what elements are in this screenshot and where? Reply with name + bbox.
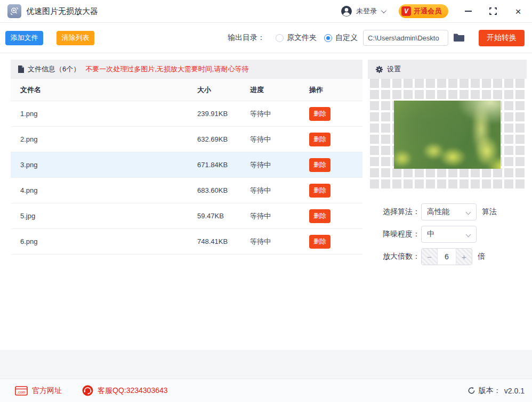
delete-button[interactable]: 删除 bbox=[309, 209, 331, 223]
open-vip-button[interactable]: V 开通会员 bbox=[399, 4, 448, 18]
settings-controls: 选择算法： 高性能 算法 降噪程度： 中 放大倍数： bbox=[368, 191, 527, 270]
version-value: v2.0.1 bbox=[504, 387, 525, 395]
radio-icon bbox=[276, 34, 284, 42]
file-name: 1.png bbox=[11, 110, 197, 118]
customer-service-link[interactable]: 客服QQ:3234303643 bbox=[82, 385, 168, 396]
denoise-label: 降噪程度： bbox=[383, 229, 421, 239]
website-com-icon: .com bbox=[15, 386, 28, 396]
minimize-button[interactable] bbox=[463, 6, 473, 17]
file-name: 2.png bbox=[11, 135, 197, 143]
document-icon bbox=[18, 65, 24, 73]
file-size: 239.91KB bbox=[197, 110, 250, 118]
refresh-icon[interactable] bbox=[467, 387, 475, 395]
browse-folder-button[interactable] bbox=[453, 32, 465, 44]
file-panel-title: 文件信息（6个） bbox=[28, 64, 80, 74]
file-name: 5.jpg bbox=[11, 212, 197, 220]
file-size: 59.47KB bbox=[197, 212, 250, 220]
table-header: 文件名 大小 进度 操作 bbox=[11, 79, 362, 101]
delete-button[interactable]: 删除 bbox=[309, 184, 331, 198]
start-convert-button[interactable]: 开始转换 bbox=[479, 30, 525, 46]
footer: .com 官方网址 客服QQ:3234303643 版本：v2.0.1 bbox=[0, 379, 532, 402]
preview-checkerboard bbox=[368, 79, 527, 191]
scale-value-input[interactable] bbox=[438, 249, 456, 265]
clear-list-button[interactable]: 清除列表 bbox=[57, 31, 94, 45]
maximize-icon bbox=[489, 7, 497, 15]
app-window: 优速图片无损放大器 未登录 V 开通会员 × bbox=[0, 0, 532, 402]
file-status: 等待中 bbox=[250, 109, 309, 119]
delete-button[interactable]: 删除 bbox=[309, 107, 331, 121]
delete-button[interactable]: 删除 bbox=[309, 158, 331, 172]
chevron-down-icon bbox=[466, 232, 471, 237]
settings-header: 设置 bbox=[368, 60, 527, 79]
scale-stepper: − + bbox=[421, 248, 472, 265]
radio-original-folder[interactable]: 原文件夹 bbox=[276, 33, 317, 43]
radio-icon-selected bbox=[324, 34, 332, 42]
official-website-link[interactable]: .com 官方网址 bbox=[15, 386, 62, 396]
lower-band bbox=[0, 350, 532, 379]
delete-button[interactable]: 删除 bbox=[309, 133, 331, 146]
version-label: 版本： bbox=[479, 386, 501, 396]
file-size: 671.84KB bbox=[197, 161, 250, 169]
column-size: 大小 bbox=[197, 85, 250, 95]
algorithm-suffix: 算法 bbox=[482, 207, 497, 217]
headset-service-icon bbox=[82, 385, 93, 396]
file-rows: 1.png 239.91KB 等待中 删除 2.png 632.69KB 等待中… bbox=[11, 101, 362, 350]
file-status: 等待中 bbox=[250, 160, 309, 170]
scale-decrease-button[interactable]: − bbox=[422, 249, 438, 265]
file-panel-header: 文件信息（6个） 不要一次处理过多图片,无损放大需要时间,请耐心等待 bbox=[11, 60, 362, 79]
vip-label: 开通会员 bbox=[414, 6, 441, 16]
svg-text:.com: .com bbox=[17, 390, 25, 394]
file-name: 6.png bbox=[11, 237, 197, 245]
toolbar: 添加文件 清除列表 输出目录： 原文件夹 自定义 开始转换 bbox=[0, 23, 532, 53]
table-row[interactable]: 1.png 239.91KB 等待中 删除 bbox=[11, 101, 362, 127]
close-button[interactable]: × bbox=[513, 6, 523, 17]
file-status: 等待中 bbox=[250, 237, 309, 247]
output-dir-label: 输出目录： bbox=[228, 33, 265, 43]
output-dir-radio-group: 原文件夹 自定义 bbox=[268, 33, 358, 43]
file-size: 632.69KB bbox=[197, 135, 250, 143]
preview-flowers-art bbox=[394, 101, 501, 169]
file-status: 等待中 bbox=[250, 186, 309, 195]
maximize-button[interactable] bbox=[488, 6, 498, 17]
official-website-label: 官方网址 bbox=[32, 386, 62, 396]
folder-icon bbox=[453, 32, 465, 42]
table-row[interactable]: 6.png 748.41KB 等待中 删除 bbox=[11, 229, 362, 255]
table-row[interactable]: 3.png 671.84KB 等待中 删除 bbox=[11, 152, 362, 178]
radio-custom-folder[interactable]: 自定义 bbox=[324, 33, 358, 43]
column-filename: 文件名 bbox=[11, 85, 197, 95]
denoise-select[interactable]: 中 bbox=[421, 226, 477, 243]
file-size: 748.41KB bbox=[197, 237, 250, 245]
file-name: 3.png bbox=[11, 161, 197, 169]
version-area: 版本：v2.0.1 bbox=[467, 386, 525, 396]
column-progress: 进度 bbox=[250, 85, 309, 95]
file-status: 等待中 bbox=[250, 135, 309, 144]
chevron-down-icon bbox=[466, 210, 471, 215]
file-list-panel: 文件信息（6个） 不要一次处理过多图片,无损放大需要时间,请耐心等待 文件名 大… bbox=[11, 60, 362, 350]
algorithm-label: 选择算法： bbox=[383, 207, 421, 217]
vip-badge-icon: V bbox=[401, 6, 411, 16]
table-row[interactable]: 4.png 683.60KB 等待中 删除 bbox=[11, 178, 362, 203]
login-menu[interactable]: 未登录 bbox=[341, 5, 385, 17]
close-icon: × bbox=[515, 6, 521, 17]
algorithm-select[interactable]: 高性能 bbox=[421, 203, 477, 220]
minimize-icon bbox=[465, 11, 472, 12]
login-label: 未登录 bbox=[356, 6, 377, 16]
file-size: 683.60KB bbox=[197, 186, 250, 194]
column-action: 操作 bbox=[309, 85, 362, 95]
scale-suffix: 倍 bbox=[478, 252, 485, 261]
titlebar: 优速图片无损放大器 未登录 V 开通会员 × bbox=[0, 0, 532, 23]
scale-increase-button[interactable]: + bbox=[456, 249, 472, 265]
app-logo-magnifier-icon bbox=[7, 4, 21, 18]
output-path-input[interactable] bbox=[363, 30, 448, 46]
add-files-button[interactable]: 添加文件 bbox=[5, 31, 43, 45]
scale-label: 放大倍数： bbox=[383, 252, 421, 261]
settings-title: 设置 bbox=[387, 64, 401, 74]
preview-image bbox=[394, 101, 501, 169]
file-name: 4.png bbox=[11, 186, 197, 194]
table-row[interactable]: 2.png 632.69KB 等待中 删除 bbox=[11, 127, 362, 152]
app-title: 优速图片无损放大器 bbox=[26, 6, 98, 17]
settings-panel: 设置 选择算法： 高性能 算法 降噪程度： bbox=[368, 60, 527, 350]
delete-button[interactable]: 删除 bbox=[309, 235, 331, 249]
file-status: 等待中 bbox=[250, 211, 309, 221]
table-row[interactable]: 5.jpg 59.47KB 等待中 删除 bbox=[11, 203, 362, 229]
